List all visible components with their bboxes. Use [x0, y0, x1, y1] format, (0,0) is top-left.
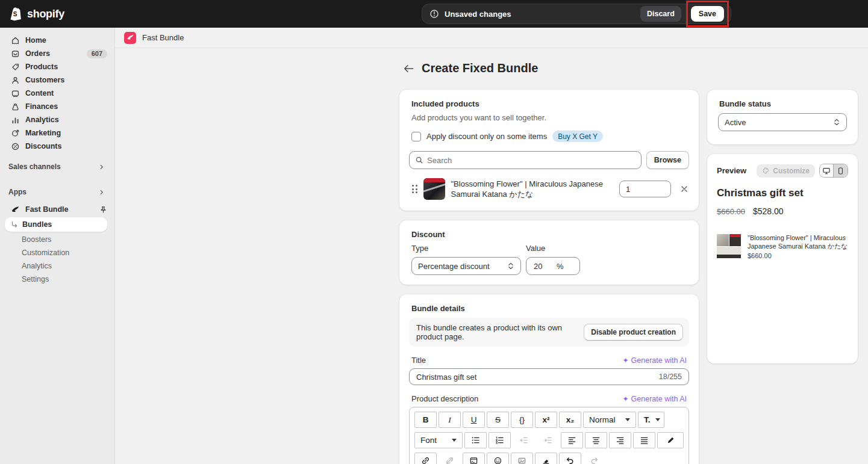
- desktop-view-toggle[interactable]: [820, 164, 834, 177]
- outdent-button[interactable]: [513, 432, 535, 448]
- updown-chevron-icon: [507, 262, 514, 270]
- format-pencil-button[interactable]: [657, 432, 684, 448]
- emoji-button[interactable]: [487, 453, 509, 464]
- sidebar-item-boosters[interactable]: Boosters: [0, 233, 114, 246]
- sidebar-item-fast-bundle[interactable]: Fast Bundle: [0, 203, 114, 216]
- bundle-status-select[interactable]: Active: [718, 113, 847, 131]
- italic-button[interactable]: I: [439, 412, 461, 428]
- sparkle-icon: ✦: [623, 395, 629, 403]
- title-input[interactable]: [416, 373, 654, 382]
- strikethrough-button[interactable]: S: [487, 412, 509, 428]
- sidebar-item-customization[interactable]: Customization: [0, 246, 114, 259]
- sidebar-item-products[interactable]: Products: [0, 60, 114, 73]
- undo-button[interactable]: [559, 453, 581, 464]
- font-select[interactable]: Font: [414, 432, 463, 448]
- bold-button[interactable]: B: [414, 412, 437, 428]
- generate-with-ai-link[interactable]: ✦ Generate with AI: [623, 356, 687, 365]
- included-products-heading: Included products: [411, 99, 689, 108]
- sidebar: Home Orders 607 Products Customers Conte…: [0, 28, 115, 464]
- discount-unit: %: [557, 262, 564, 271]
- included-products-subheading: Add products you want to sell together.: [411, 113, 689, 122]
- justify-button[interactable]: [633, 432, 655, 448]
- save-button[interactable]: Save: [691, 6, 724, 22]
- caret-down-icon: [655, 418, 660, 421]
- back-arrow-icon[interactable]: [404, 64, 414, 73]
- sidebar-item-customers[interactable]: Customers: [0, 73, 114, 87]
- sidebar-item-analytics[interactable]: Analytics: [0, 113, 114, 126]
- sidebar-item-finances[interactable]: Finances: [0, 100, 114, 113]
- bullet-list-button[interactable]: [464, 432, 487, 448]
- buy-x-get-y-badge: Buy X Get Y: [552, 131, 603, 142]
- device-toggle: [819, 164, 848, 178]
- discount-heading: Discount: [411, 230, 689, 239]
- bundle-status-card: Bundle status Active: [707, 90, 858, 144]
- search-input[interactable]: [427, 156, 635, 165]
- customers-icon: [10, 75, 20, 85]
- preview-product-title: "Blossoming Flower" | Miraculous Japanes…: [748, 234, 848, 250]
- sidebar-item-settings[interactable]: Settings: [0, 273, 114, 286]
- align-left-button[interactable]: [561, 432, 583, 448]
- numbered-list-button[interactable]: [489, 432, 511, 448]
- preview-product-row: "Blossoming Flower" | Miraculous Japanes…: [717, 234, 848, 261]
- discount-value-field: %: [526, 257, 580, 275]
- superscript-button[interactable]: x²: [535, 412, 557, 428]
- shopify-logo[interactable]: S shopify: [10, 7, 64, 21]
- description-label: Product description: [411, 394, 478, 403]
- text-color-select[interactable]: T.: [638, 412, 664, 428]
- description-editor: B I U S {} x² x₂ Normal T.: [409, 407, 689, 464]
- bundle-details-card: Bundle details This bundle creates a pro…: [399, 294, 699, 464]
- caret-down-icon: [452, 439, 457, 442]
- pin-icon[interactable]: [99, 206, 107, 214]
- sidebar-section-apps[interactable]: Apps: [0, 186, 114, 198]
- sidebar-item-discounts[interactable]: Discounts: [0, 140, 114, 153]
- sidebar-item-marketing[interactable]: Marketing: [0, 126, 114, 140]
- apply-discount-checkbox[interactable]: [411, 132, 421, 141]
- product-thumbnail: [423, 178, 445, 200]
- sidebar-item-content[interactable]: Content: [0, 87, 114, 100]
- underline-button[interactable]: U: [463, 412, 485, 428]
- preview-discounted-price: $528.00: [753, 206, 784, 216]
- align-center-button[interactable]: [585, 432, 607, 448]
- preview-heading: Preview: [717, 166, 746, 175]
- paragraph-style-select[interactable]: Normal: [583, 412, 636, 428]
- bundle-details-heading: Bundle details: [411, 304, 689, 313]
- mobile-view-toggle[interactable]: [834, 164, 848, 177]
- disable-product-creation-button[interactable]: Disable product creation: [584, 324, 683, 341]
- drag-handle[interactable]: [412, 185, 417, 193]
- align-right-button[interactable]: [609, 432, 631, 448]
- sidebar-item-bundles[interactable]: Bundles: [5, 217, 107, 232]
- banner-text: This bundle creates a product with its o…: [416, 323, 578, 341]
- preview-product-thumbnail: [717, 234, 741, 258]
- subscript-button[interactable]: x₂: [559, 412, 581, 428]
- code-button[interactable]: {}: [511, 412, 533, 428]
- generate-with-ai-link-2[interactable]: ✦ Generate with AI: [623, 395, 687, 403]
- svg-text:S: S: [13, 11, 17, 17]
- quantity-input[interactable]: [619, 181, 671, 197]
- preview-card: Preview Customize: [707, 154, 858, 363]
- sidebar-item-home[interactable]: Home: [0, 34, 114, 47]
- home-icon: [10, 36, 20, 45]
- discount-type-select[interactable]: Percentage discount: [411, 257, 521, 275]
- remove-link-button[interactable]: [439, 453, 461, 464]
- insert-link-button[interactable]: [414, 453, 437, 464]
- sidebar-section-sales-channels[interactable]: Sales channels: [0, 161, 114, 173]
- discard-button[interactable]: Discard: [640, 6, 681, 22]
- redo-button[interactable]: [583, 453, 605, 464]
- insert-image-button[interactable]: [511, 453, 533, 464]
- sidebar-item-app-analytics[interactable]: Analytics: [0, 259, 114, 273]
- discounts-icon: [10, 141, 20, 151]
- remove-product-icon[interactable]: [681, 185, 688, 193]
- title-label: Title: [411, 356, 426, 365]
- bundle-status-heading: Bundle status: [719, 99, 848, 108]
- indent-button[interactable]: [537, 432, 559, 448]
- products-tag-icon: [10, 62, 20, 72]
- product-creation-banner: This bundle creates a product with its o…: [409, 318, 689, 347]
- app-header-title: Fast Bundle: [142, 33, 184, 42]
- browse-button[interactable]: Browse: [646, 151, 689, 169]
- customize-button[interactable]: Customize: [757, 164, 815, 178]
- clear-formatting-button[interactable]: [535, 453, 557, 464]
- insert-embed-button[interactable]: [463, 453, 485, 464]
- discount-value-label: Value: [526, 244, 580, 253]
- discount-value-input[interactable]: [534, 262, 554, 271]
- sidebar-item-orders[interactable]: Orders 607: [0, 47, 114, 60]
